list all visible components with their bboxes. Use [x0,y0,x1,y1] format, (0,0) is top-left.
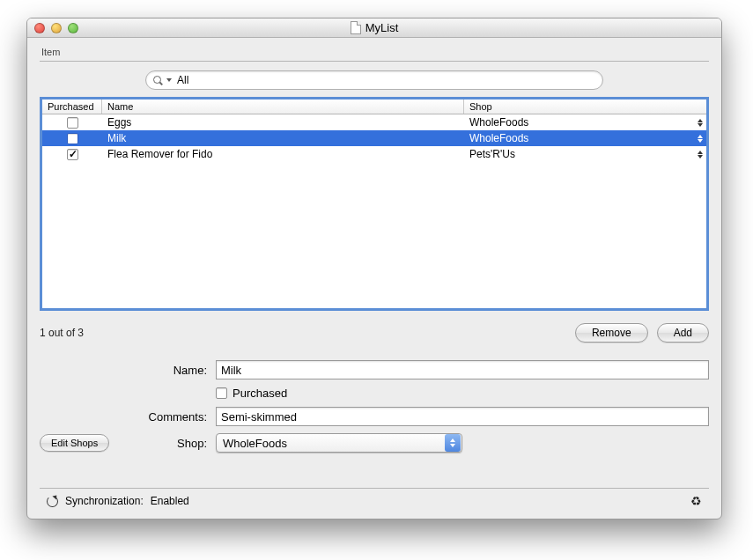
table-row[interactable]: MilkWholeFoods [42,130,706,146]
titlebar: MyList [27,18,721,38]
table-body[interactable]: EggsWholeFoodsMilkWholeFoodsFlea Remover… [42,114,706,308]
search-icon [153,76,163,85]
content-area: Item Purchased Name Shop EggsWholeFoodsM… [27,38,721,519]
selection-count: 1 out of 3 [40,327,84,339]
row-name: Eggs [102,116,464,129]
add-button[interactable]: Add [657,323,709,343]
table-row[interactable]: Flea Remover for FidoPets'R'Us [42,146,706,162]
shop-label: Shop: [177,437,216,450]
shop-popup[interactable]: WholeFoods [216,433,462,453]
close-window-button[interactable] [34,23,45,33]
remove-button[interactable]: Remove [575,323,648,343]
window-title: MyList [365,21,399,34]
shop-popup-value: WholeFoods [217,437,445,450]
group-label-item: Item [41,47,709,57]
column-header-name[interactable]: Name [102,99,464,114]
row-shop-stepper-icon[interactable] [698,135,703,143]
window-controls [34,23,78,33]
zoom-window-button[interactable] [68,23,78,33]
row-name: Milk [102,132,464,144]
search-field[interactable] [145,70,603,90]
column-header-purchased[interactable]: Purchased [42,99,102,114]
sync-value: Enabled [151,495,189,507]
row-shop: WholeFoods [469,116,528,129]
row-purchased-checkbox[interactable] [67,117,78,129]
purchased-checkbox[interactable] [216,387,227,399]
comments-label: Comments: [40,410,216,424]
purchased-label: Purchased [233,387,287,400]
search-menu-icon[interactable] [166,78,172,82]
table-header: Purchased Name Shop [42,99,706,114]
row-purchased-checkbox[interactable] [67,133,78,144]
column-header-shop[interactable]: Shop [464,99,706,114]
sync-label: Synchronization: [65,495,144,507]
items-table: Purchased Name Shop EggsWholeFoodsMilkWh… [40,97,709,311]
refresh-icon[interactable] [47,496,58,507]
row-shop: WholeFoods [469,132,528,144]
edit-shops-button[interactable]: Edit Shops [40,434,109,452]
document-icon [351,21,361,34]
table-row[interactable]: EggsWholeFoods [42,114,706,130]
search-input[interactable] [177,74,595,86]
row-shop-stepper-icon[interactable] [698,119,703,127]
status-bar: Synchronization: Enabled ♻ [40,488,709,512]
name-label: Name: [40,364,216,377]
minimize-window-button[interactable] [51,23,62,33]
comments-field[interactable] [216,407,709,426]
recycle-icon[interactable]: ♻ [690,494,702,508]
row-name: Flea Remover for Fido [102,148,464,160]
app-window: MyList Item Purchased Name Shop EggsWhol… [26,18,722,519]
row-shop-stepper-icon[interactable] [698,151,703,158]
name-field[interactable] [216,360,709,379]
row-purchased-checkbox[interactable] [67,149,78,160]
row-shop: Pets'R'Us [469,148,515,160]
popup-arrows-icon [445,434,461,452]
